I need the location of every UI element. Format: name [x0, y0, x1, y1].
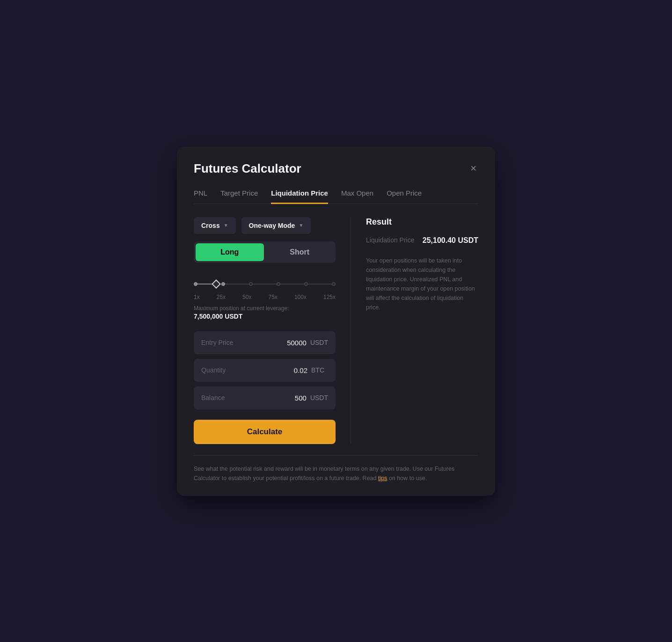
max-position-section: Maximum position at current leverage: 7,…: [194, 305, 336, 320]
calculate-button[interactable]: Calculate: [194, 420, 336, 444]
balance-input[interactable]: [264, 394, 307, 402]
tab-target-price[interactable]: Target Price: [220, 189, 258, 204]
label-25x: 25x: [217, 294, 226, 300]
tab-max-open[interactable]: Max Open: [341, 189, 373, 204]
balance-value-area: USDT: [264, 394, 328, 402]
label-75x: 75x: [269, 294, 278, 300]
slider-track: [194, 284, 336, 285]
tick-1x: [194, 282, 197, 286]
position-mode-dropdown[interactable]: One-way Mode ▼: [241, 217, 311, 234]
tab-open-price[interactable]: Open Price: [387, 189, 422, 204]
tick-25x: [221, 282, 225, 286]
left-panel: Cross ▼ One-way Mode ▼ Long Short: [194, 217, 336, 444]
position-mode-label: One-way Mode: [249, 222, 295, 229]
quantity-label: Quantity: [201, 366, 226, 374]
dropdowns-row: Cross ▼ One-way Mode ▼: [194, 217, 336, 234]
tab-pnl[interactable]: PNL: [194, 189, 207, 204]
result-row-liquidation: Liquidation Price 25,100.40 USDT: [366, 236, 478, 245]
label-125x: 125x: [323, 294, 336, 300]
result-liquidation-value: 25,100.40 USDT: [423, 236, 478, 245]
result-liquidation-label: Liquidation Price: [366, 236, 415, 244]
margin-mode-dropdown[interactable]: Cross ▼: [194, 217, 236, 234]
short-button[interactable]: Short: [266, 243, 334, 261]
quantity-value-area: BTC: [265, 366, 328, 374]
modal-header: Futures Calculator ×: [194, 161, 478, 176]
slider-labels: 1x 25x 50x 75x 100x 125x: [194, 294, 336, 300]
quantity-input[interactable]: [265, 366, 307, 374]
chevron-down-icon: ▼: [224, 223, 228, 228]
leverage-section: 1x 25x 50x 75x 100x 125x Maximum positio…: [194, 274, 336, 320]
entry-price-unit: USDT: [310, 339, 328, 346]
footer-text-after: on how to use.: [387, 475, 427, 481]
quantity-field: Quantity BTC: [194, 359, 336, 382]
balance-unit: USDT: [310, 394, 328, 401]
entry-price-input[interactable]: [264, 339, 307, 347]
tick-100x: [304, 282, 308, 286]
result-title: Result: [366, 217, 478, 227]
footer: See what the potential risk and reward w…: [194, 455, 478, 483]
long-button[interactable]: Long: [196, 243, 264, 261]
balance-label: Balance: [201, 394, 225, 401]
slider-thumb[interactable]: [212, 279, 221, 289]
tick-50x: [249, 282, 253, 286]
panel-divider: [351, 217, 351, 444]
tick-125x: [332, 282, 336, 286]
result-note: Your open positions will be taken into c…: [366, 256, 478, 312]
tab-liquidation-price[interactable]: Liquidation Price: [271, 189, 328, 204]
entry-price-field: Entry Price USDT: [194, 331, 336, 354]
position-toggle: Long Short: [194, 241, 336, 263]
tab-bar: PNL Target Price Liquidation Price Max O…: [194, 189, 478, 204]
balance-field: Balance USDT: [194, 387, 336, 409]
label-1x: 1x: [194, 294, 200, 300]
right-panel: Result Liquidation Price 25,100.40 USDT …: [366, 217, 478, 444]
entry-price-value-area: USDT: [264, 339, 328, 347]
tick-75x: [277, 282, 280, 286]
close-button[interactable]: ×: [468, 161, 478, 175]
max-position-value: 7,500,000 USDT: [194, 313, 336, 320]
futures-calculator-modal: Futures Calculator × PNL Target Price Li…: [177, 146, 495, 496]
entry-price-label: Entry Price: [201, 339, 233, 346]
main-content: Cross ▼ One-way Mode ▼ Long Short: [194, 217, 478, 444]
max-position-label: Maximum position at current leverage:: [194, 305, 336, 312]
label-50x: 50x: [242, 294, 251, 300]
margin-mode-label: Cross: [201, 222, 220, 229]
label-100x: 100x: [294, 294, 307, 300]
modal-title: Futures Calculator: [194, 161, 301, 176]
leverage-slider-container: [194, 274, 336, 290]
tips-link[interactable]: tips: [378, 475, 387, 481]
quantity-unit: BTC: [311, 366, 328, 374]
chevron-down-icon: ▼: [299, 223, 303, 228]
